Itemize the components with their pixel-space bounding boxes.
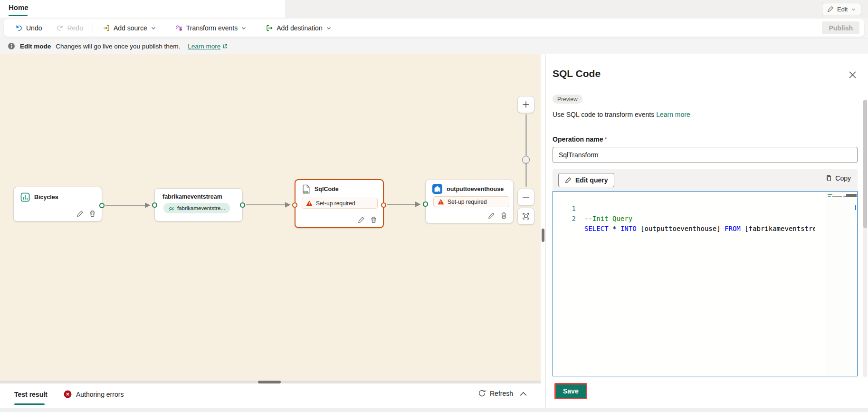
stream-icon — [168, 205, 174, 211]
cursor-position-marker — [855, 205, 857, 210]
minus-icon — [522, 193, 530, 201]
sql-text: [fabrikameventstream] — [741, 225, 815, 232]
code-line: 1 --Init Query — [553, 194, 857, 204]
tabstrip-right-background — [285, 0, 868, 18]
refresh-button[interactable]: Refresh — [478, 389, 513, 397]
edit-node-icon[interactable] — [358, 216, 365, 223]
add-source-icon — [103, 24, 110, 32]
window-bottom-strip — [0, 408, 868, 412]
delete-node-icon[interactable] — [89, 210, 96, 217]
redo-button[interactable]: Redo — [52, 22, 86, 34]
edit-query-button[interactable]: Edit query — [558, 173, 614, 187]
panel-title: SQL Code — [553, 68, 601, 79]
output-port[interactable] — [240, 202, 245, 208]
learn-more-link[interactable]: Learn more — [656, 111, 690, 118]
node-title: fabrikameventstream — [162, 193, 222, 200]
add-destination-button[interactable]: Add destination — [262, 22, 335, 34]
preview-badge: Preview — [553, 95, 582, 104]
chevron-down-icon — [151, 25, 156, 31]
node-title: SqlCode — [315, 186, 339, 192]
operation-name-label: Operation name* — [553, 135, 607, 143]
sql-keyword: INTO — [620, 225, 637, 232]
fit-to-screen-button[interactable] — [517, 208, 534, 225]
undo-label: Undo — [26, 24, 42, 32]
add-source-button[interactable]: Add source — [99, 22, 160, 34]
node-sqlcode[interactable]: SQL SqlCode Set-up required — [295, 179, 384, 228]
undo-icon — [15, 24, 23, 32]
bar-chart-icon — [20, 192, 30, 202]
operation-name-input[interactable] — [553, 147, 858, 163]
zoom-out-button[interactable] — [517, 189, 534, 206]
output-port[interactable] — [99, 203, 105, 208]
bottom-panel-bar: Test result Authoring errors Refresh — [0, 383, 545, 408]
panel-scrollbar[interactable] — [863, 100, 867, 377]
chevron-down-icon — [241, 25, 247, 31]
close-icon[interactable] — [849, 71, 856, 78]
warning-icon — [306, 200, 313, 206]
zoom-slider-track[interactable] — [525, 114, 527, 187]
canvas-vertical-scrollbar[interactable] — [541, 54, 545, 383]
redo-label: Redo — [67, 24, 83, 32]
node-fabrikameventstream[interactable]: fabrikameventstream fabrikameventstre... — [154, 188, 243, 221]
warning-label: Set-up required — [448, 199, 487, 205]
input-port[interactable] — [423, 201, 428, 207]
authoring-errors-label: Authoring errors — [76, 391, 124, 398]
transform-events-button[interactable]: Transform events — [172, 22, 250, 34]
code-line: 2 SELECT * INTO [outputtoeventhouse] FRO… — [553, 204, 857, 214]
add-source-label: Add source — [114, 24, 147, 32]
edit-node-icon[interactable] — [76, 210, 84, 217]
line-number: 2 — [553, 214, 576, 224]
toolbar-divider — [93, 23, 93, 33]
sql-text: [outputtoeventhouse] — [637, 225, 725, 232]
error-icon — [64, 390, 72, 398]
edit-node-icon[interactable] — [488, 212, 495, 219]
setup-required-badge: Set-up required — [302, 198, 378, 209]
node-title: outputtoeventhouse — [447, 186, 504, 192]
pill-label: fabrikameventstre... — [177, 205, 225, 211]
sql-code-editor[interactable]: 1 --Init Query 2 SELECT * INTO [outputto… — [553, 191, 858, 376]
editor-minimap — [826, 192, 850, 376]
copy-icon — [825, 174, 832, 182]
node-bicycles[interactable]: Bicycles — [13, 187, 102, 221]
minimap-mark — [832, 196, 842, 197]
banner-message: Changes will go live once you publish th… — [56, 43, 180, 50]
zoom-in-button[interactable] — [517, 96, 534, 113]
node-outputtoeventhouse[interactable]: outputtoeventhouse Set-up required — [425, 180, 514, 223]
add-destination-label: Add destination — [277, 24, 323, 32]
edit-mode-banner: Edit mode Changes will go live once you … — [0, 38, 868, 54]
save-button[interactable]: Save — [554, 383, 587, 399]
minimap-mark — [828, 196, 831, 197]
plus-icon — [522, 101, 530, 108]
input-port[interactable] — [152, 202, 157, 208]
editor-scrollbar-thumb[interactable] — [846, 194, 857, 197]
scrollbar-thumb[interactable] — [863, 100, 867, 228]
delete-node-icon[interactable] — [370, 216, 377, 223]
banner-title: Edit mode — [20, 43, 51, 50]
undo-button[interactable]: Undo — [11, 22, 46, 34]
required-asterisk: * — [605, 135, 607, 143]
banner-learn-more-link[interactable]: Learn more — [188, 43, 228, 50]
delete-node-icon[interactable] — [500, 212, 507, 219]
input-port[interactable] — [292, 202, 297, 208]
pencil-icon — [565, 177, 572, 183]
copy-button[interactable]: Copy — [825, 174, 851, 182]
warning-label: Set-up required — [316, 200, 355, 207]
output-port[interactable] — [381, 202, 386, 208]
scrollbar-thumb[interactable] — [542, 229, 544, 242]
edit-mode-button[interactable]: Edit — [822, 3, 861, 15]
setup-required-badge: Set-up required — [433, 196, 509, 207]
eventhouse-icon — [432, 184, 442, 194]
operation-label-text: Operation name — [553, 135, 603, 143]
banner-link-label: Learn more — [188, 43, 220, 50]
warning-icon — [438, 199, 444, 205]
tab-authoring-errors[interactable]: Authoring errors — [64, 390, 124, 398]
pencil-icon — [827, 6, 834, 12]
publish-button[interactable]: Publish — [822, 21, 859, 34]
copy-label: Copy — [835, 174, 851, 182]
tab-test-result[interactable]: Test result — [14, 391, 48, 398]
zoom-slider-handle[interactable] — [522, 156, 530, 163]
tab-home[interactable]: Home — [9, 3, 29, 11]
eventstream-canvas[interactable]: Bicycles fabrikameventstream fabrikameve… — [0, 54, 541, 383]
chevron-up-icon[interactable] — [520, 392, 527, 396]
eventstream-pill[interactable]: fabrikameventstre... — [163, 203, 230, 213]
